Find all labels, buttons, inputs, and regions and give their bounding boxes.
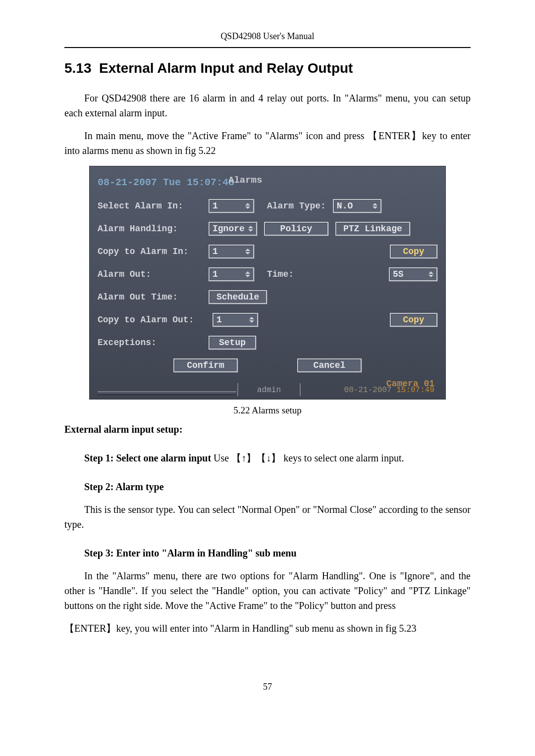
label-exceptions: Exceptions: [98, 336, 202, 350]
spinner-arrows-icon [247, 223, 254, 235]
setup-button[interactable]: Setup [209, 336, 256, 350]
step-2: Step 2: Alarm type This is the sensor ty… [64, 479, 471, 532]
step3-body-1: In the "Alarms" menu, there are two opti… [64, 568, 471, 613]
step1-head: Step 1: Select one alarm input [84, 453, 214, 463]
label-select-alarm-in: Select Alarm In: [98, 200, 202, 213]
label-alarm-out-time: Alarm Out Time: [98, 291, 202, 304]
cancel-button[interactable]: Cancel [297, 358, 362, 372]
step1-tail: Use 【↑】【↓】 keys to select one alarm inpu… [214, 453, 404, 463]
section-heading: External Alarm Input and Relay Output [99, 60, 353, 76]
spinner-arrows-icon [244, 246, 251, 257]
label-copy-alarm-out: Copy to Alarm Out: [98, 313, 206, 327]
label-time: Time: [267, 268, 294, 281]
row-alarm-handling: Alarm Handling: Ignore Policy PTZ Linkag… [98, 222, 437, 236]
status-groove [98, 391, 236, 395]
row-select-alarm-in: Select Alarm In: 1 Alarm Type: N.O [98, 199, 437, 213]
step-1: Step 1: Select one alarm input Use 【↑】【↓… [64, 451, 471, 465]
intro-p1: For QSD42908 there are 16 alarm in and 4… [64, 91, 471, 120]
dvr-overlay-title: Alarms [228, 173, 262, 188]
spinner-select-alarm-in[interactable]: 1 [209, 199, 254, 213]
section-number: 5.13 [64, 60, 92, 76]
row-copy-alarm-out: Copy to Alarm Out: 1 Copy [98, 313, 437, 327]
dvr-datetime: 08-21-2007 Tue 15:07:48 Alarms [98, 175, 437, 190]
intro-p2: In main menu, move the "Active Frame" to… [64, 128, 471, 158]
schedule-button[interactable]: Schedule [209, 290, 267, 304]
page-number: 57 [64, 680, 471, 694]
step3-body-2: 【ENTER】key, you will enter into "Alarm i… [64, 621, 471, 636]
row-copy-alarm-in: Copy to Alarm In: 1 Copy [98, 245, 437, 258]
row-alarm-out: Alarm Out: 1 Time: 5S [98, 267, 437, 281]
spinner-arrows-icon [244, 268, 251, 280]
confirm-button[interactable]: Confirm [173, 358, 238, 372]
spinner-alarm-out[interactable]: 1 [209, 267, 254, 281]
header-title: QSD42908 User's Manual [220, 31, 314, 41]
figure-5-22: 08-21-2007 Tue 15:07:48 Alarms Select Al… [89, 166, 446, 418]
label-alarm-handling: Alarm Handling: [98, 222, 202, 236]
copy-button-2[interactable]: Copy [390, 313, 437, 327]
row-exceptions: Exceptions: Setup [98, 336, 437, 350]
status-timestamp: 08-21-2007 15:07:49 [344, 384, 434, 396]
figure-caption: 5.22 Alarms setup [89, 403, 446, 418]
spinner-arrows-icon [428, 268, 434, 280]
spinner-arrows-icon [244, 200, 251, 212]
step3-head: Step 3: Enter into "Alarm in Handling" s… [84, 548, 297, 558]
label-alarm-out: Alarm Out: [98, 268, 202, 281]
step2-head: Step 2: Alarm type [84, 481, 164, 492]
status-user: admin [239, 384, 299, 396]
step-3: Step 3: Enter into "Alarm in Handling" s… [64, 546, 471, 636]
section-title: 5.13 External Alarm Input and Relay Outp… [64, 58, 471, 79]
bottom-buttons: Confirm Cancel [98, 358, 437, 372]
status-bar: admin Camera 01 08-21-2007 15:07:49 [98, 378, 437, 396]
spinner-copy-alarm-out[interactable]: 1 [213, 313, 258, 327]
subheading-external-alarm: External alarm input setup: [64, 422, 471, 437]
spinner-copy-alarm-in[interactable]: 1 [209, 245, 254, 258]
dvr-screen: 08-21-2007 Tue 15:07:48 Alarms Select Al… [89, 166, 446, 400]
label-alarm-type: Alarm Type: [267, 200, 326, 213]
spinner-time[interactable]: 5S [389, 267, 437, 281]
page-header: QSD42908 User's Manual [64, 30, 471, 48]
spinner-alarm-type[interactable]: N.O [333, 199, 381, 213]
spinner-arrows-icon [248, 314, 255, 326]
label-copy-alarm-in: Copy to Alarm In: [98, 245, 202, 258]
policy-button[interactable]: Policy [264, 222, 328, 236]
row-alarm-out-time: Alarm Out Time: Schedule [98, 290, 437, 304]
ptz-linkage-button[interactable]: PTZ Linkage [335, 222, 410, 236]
step2-body: This is the sensor type. You can select … [64, 502, 471, 532]
spinner-alarm-handling[interactable]: Ignore [209, 222, 257, 236]
copy-button-1[interactable]: Copy [390, 245, 437, 258]
spinner-arrows-icon [372, 200, 378, 212]
